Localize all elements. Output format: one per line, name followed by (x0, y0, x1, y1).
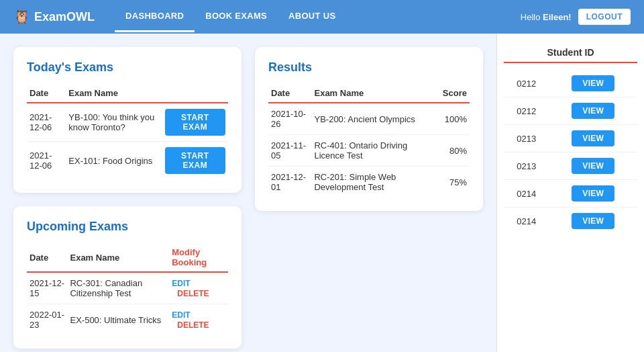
result-row: 2021-12-01 RC-201: Simple Web Developmen… (268, 167, 470, 198)
delete-link-1[interactable]: DELETE (177, 320, 209, 330)
result-row: 2021-10-26 YB-200: Ancient Olympics 100% (268, 103, 470, 135)
student-id-5: 0214 (504, 208, 549, 235)
student-table: 0212 VIEW 0212 VIEW 0213 VIEW 0213 VIEW … (504, 70, 637, 234)
start-exam-button-1[interactable]: START EXAM (165, 147, 225, 174)
today-action-1: START EXAM (162, 142, 228, 180)
brand: 🦉 ExamOWL (13, 9, 95, 25)
view-button-2[interactable]: VIEW (572, 130, 614, 146)
content-wrapper: Today's Exams Date Exam Name 2021-12-06 … (0, 34, 644, 352)
nav-dashboard[interactable]: DASHBOARD (115, 1, 195, 32)
th-date-today: Date (27, 84, 66, 103)
todays-exams-card: Today's Exams Date Exam Name 2021-12-06 … (13, 47, 241, 193)
result-score-0: 100% (440, 103, 470, 135)
nav-links: DASHBOARD BOOK EXAMS ABOUT US (115, 1, 517, 32)
upcoming-date-1: 2022-01-23 (27, 304, 67, 336)
brand-name: ExamOWL (34, 10, 95, 24)
right-column: Results Date Exam Name Score 2021-10-26 … (255, 47, 483, 349)
results-title: Results (268, 60, 470, 75)
edit-link-0[interactable]: EDIT (172, 279, 190, 288)
nav-about-us[interactable]: ABOUT US (278, 1, 346, 32)
student-row: 0213 VIEW (504, 152, 637, 180)
th-date-results: Date (268, 84, 311, 103)
todays-exams-title: Today's Exams (27, 60, 228, 75)
left-column: Today's Exams Date Exam Name 2021-12-06 … (13, 47, 241, 349)
upcoming-exams-title: Upcoming Exams (27, 220, 228, 234)
results-table: Date Exam Name Score 2021-10-26 YB-200: … (268, 84, 470, 197)
owl-icon: 🦉 (13, 9, 30, 25)
result-score-2: 75% (440, 167, 470, 198)
student-row: 0212 VIEW (504, 97, 637, 125)
th-name-upcoming: Exam Name (67, 243, 169, 272)
todays-exam-row: 2021-12-06 YB-100: You think you know To… (27, 103, 228, 142)
student-row: 0214 VIEW (504, 208, 637, 235)
upcoming-exams-header: Date Exam Name Modify Booking (27, 243, 228, 272)
view-button-1[interactable]: VIEW (572, 103, 614, 119)
nav-book-exams[interactable]: BOOK EXAMS (195, 1, 278, 32)
student-view-cell-5: VIEW (549, 208, 637, 235)
th-action-today (162, 84, 228, 103)
upcoming-modify-0: EDIT DELETE (169, 272, 228, 304)
student-panel-title: Student ID (504, 47, 637, 63)
result-name-0: YB-200: Ancient Olympics (311, 103, 439, 135)
right-greeting: Hello Eileen! (521, 12, 572, 22)
student-row: 0213 VIEW (504, 125, 637, 152)
student-view-cell-2: VIEW (549, 125, 637, 152)
view-button-3[interactable]: VIEW (572, 158, 614, 174)
right-nav-bar: Hello Eileen! LOGOUT (496, 0, 644, 34)
view-button-5[interactable]: VIEW (572, 213, 614, 229)
left-panel: Today's Exams Date Exam Name 2021-12-06 … (0, 34, 496, 352)
student-id-1: 0212 (504, 97, 549, 125)
results-card: Results Date Exam Name Score 2021-10-26 … (255, 47, 483, 211)
today-name-0: YB-100: You think you know Toronto? (66, 103, 162, 142)
navbar: 🦉 ExamOWL DASHBOARD BOOK EXAMS ABOUT US … (0, 0, 644, 34)
right-username: Eileen! (543, 12, 572, 22)
results-header: Date Exam Name Score (268, 84, 470, 103)
student-id-0: 0212 (504, 70, 549, 97)
result-date-0: 2021-10-26 (268, 103, 311, 135)
todays-exam-row: 2021-12-06 EX-101: Food Origins START EX… (27, 142, 228, 180)
student-view-cell-1: VIEW (549, 97, 637, 125)
student-id-4: 0214 (504, 180, 549, 208)
right-panel: Student ID 0212 VIEW 0212 VIEW 0213 VIEW… (496, 34, 644, 352)
student-view-cell-4: VIEW (549, 180, 637, 208)
todays-exams-table: Date Exam Name 2021-12-06 YB-100: You th… (27, 84, 228, 179)
delete-link-0[interactable]: DELETE (177, 289, 209, 298)
student-view-cell-3: VIEW (549, 152, 637, 180)
today-action-0: START EXAM (162, 103, 228, 142)
student-row: 0214 VIEW (504, 180, 637, 208)
upcoming-exam-row: 2022-01-23 EX-500: Ultimate Tricks EDIT … (27, 304, 228, 336)
student-id-2: 0213 (504, 125, 549, 152)
start-exam-button-0[interactable]: START EXAM (165, 109, 225, 136)
th-score-results: Score (440, 84, 470, 103)
th-date-upcoming: Date (27, 243, 67, 272)
result-name-2: RC-201: Simple Web Development Test (311, 167, 439, 198)
result-name-1: RC-401: Ontario Driving Licence Test (311, 135, 439, 167)
upcoming-exam-row: 2021-12-15 RC-301: Canadian Citizenship … (27, 272, 228, 304)
th-modify-upcoming: Modify Booking (169, 243, 228, 272)
todays-exams-header: Date Exam Name (27, 84, 228, 103)
view-button-4[interactable]: VIEW (572, 185, 614, 202)
upcoming-date-0: 2021-12-15 (27, 272, 67, 304)
th-name-results: Exam Name (311, 84, 439, 103)
upcoming-name-0: RC-301: Canadian Citizenship Test (67, 272, 169, 304)
result-date-1: 2021-11-05 (268, 135, 311, 167)
result-date-2: 2021-12-01 (268, 167, 311, 198)
upcoming-name-1: EX-500: Ultimate Tricks (67, 304, 169, 336)
result-row: 2021-11-05 RC-401: Ontario Driving Licen… (268, 135, 470, 167)
upcoming-modify-1: EDIT DELETE (169, 304, 228, 336)
right-logout-button[interactable]: LOGOUT (578, 9, 631, 25)
student-view-cell-0: VIEW (549, 70, 637, 97)
result-score-1: 80% (440, 135, 470, 167)
upcoming-exams-card: Upcoming Exams Date Exam Name Modify Boo… (13, 206, 241, 349)
th-name-today: Exam Name (66, 84, 162, 103)
view-button-0[interactable]: VIEW (572, 75, 614, 91)
today-date-1: 2021-12-06 (27, 142, 66, 180)
upcoming-exams-table: Date Exam Name Modify Booking 2021-12-15… (27, 243, 228, 335)
edit-link-1[interactable]: EDIT (172, 310, 190, 320)
today-date-0: 2021-12-06 (27, 103, 66, 142)
today-name-1: EX-101: Food Origins (66, 142, 162, 180)
student-row: 0212 VIEW (504, 70, 637, 97)
student-id-3: 0213 (504, 152, 549, 180)
